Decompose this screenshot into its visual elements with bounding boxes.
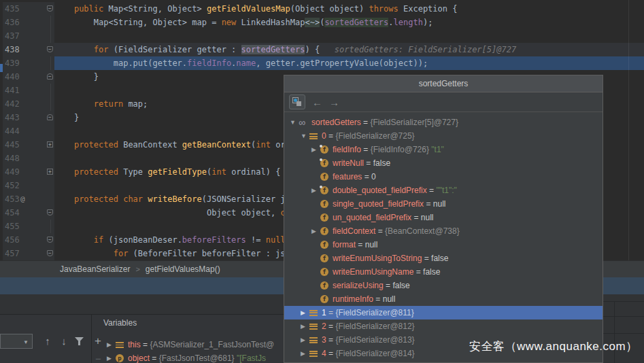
variable-string-value: ""t1":" (436, 186, 456, 195)
code-segment (54, 249, 114, 258)
editor-gutter[interactable]: 448 (0, 152, 54, 165)
editor-gutter[interactable]: 445+ (0, 138, 54, 152)
variable-value: 0 (371, 172, 376, 182)
line-number: 444 (0, 124, 25, 138)
expand-arrow-icon[interactable]: ▶ (310, 228, 320, 235)
popup-title[interactable]: sortedGetters (284, 75, 603, 92)
var-row-un_quoted_fieldPrefix[interactable]: fun_quoted_fieldPrefix = null (284, 211, 603, 224)
equals-sign: = (411, 213, 421, 222)
var-row-double_quoted_fieldPrefix[interactable]: ▶fdouble_quoted_fieldPrefix = ""t1":" (284, 184, 603, 197)
var-row-runtimeInfo[interactable]: fruntimeInfo = null (284, 292, 603, 306)
var-row-serializeUsing[interactable]: fserializeUsing = false (284, 279, 603, 292)
breadcrumb-method[interactable]: getFieldValuesMap() (146, 264, 220, 274)
line-number: 457 (0, 247, 25, 260)
var-row-format[interactable]: fformat = null (284, 238, 603, 252)
line-number: 443 (0, 111, 25, 124)
editor-gutter[interactable]: 443− (0, 111, 54, 124)
variable-string-value: "[FastJs (235, 353, 266, 363)
expand-arrow-icon[interactable]: ▶ (299, 309, 309, 316)
threads-combobox[interactable]: ▼ (0, 334, 33, 349)
fold-marker-icon[interactable]: + (47, 141, 53, 148)
expand-arrow-icon[interactable]: ▶ (310, 187, 320, 194)
expand-arrow-icon[interactable]: ▼ (288, 119, 299, 126)
var-row-sortedGetters[interactable]: ▼∞sortedGetters = {FieldSerializer[5]@72… (284, 116, 603, 129)
frame-up-button[interactable]: ↑ (41, 334, 54, 349)
line-number: 445 (0, 138, 25, 152)
editor-gutter[interactable]: 456− (0, 233, 54, 247)
expand-arrow-icon[interactable]: ▶ (310, 146, 320, 153)
var-row-single_quoted_fieldPrefix[interactable]: fsingle_quoted_fieldPrefix = null (284, 197, 603, 211)
code-segment: for (94, 45, 114, 54)
frame-down-button[interactable]: ↓ (57, 334, 71, 349)
back-arrow-icon[interactable]: ← (312, 97, 322, 107)
expand-arrow-icon[interactable]: ▶ (299, 350, 309, 357)
editor-gutter[interactable]: 440− (0, 70, 54, 84)
editor-gutter[interactable]: 452 (0, 179, 54, 192)
editor-gutter[interactable]: 439 (0, 56, 54, 70)
breadcrumb-class[interactable]: JavaBeanSerializer (60, 264, 130, 274)
expand-arrow-icon[interactable]: ▶ (299, 323, 309, 330)
code-segment: getBeanContext (182, 140, 251, 150)
fold-marker-icon[interactable]: − (47, 237, 53, 243)
fold-marker-icon[interactable]: − (47, 250, 53, 256)
variable-name: format (333, 240, 356, 249)
editor-gutter[interactable]: 435− (0, 2, 54, 16)
var-row-writeEnumUsingName[interactable]: fwriteEnumUsingName = false (284, 265, 603, 279)
var-row-fieldContext[interactable]: ▶ffieldContext = {BeanContext@738} (284, 224, 603, 238)
editor-gutter[interactable]: 453@ (0, 192, 54, 206)
forward-arrow-icon[interactable]: → (329, 97, 339, 107)
field-icon: f (320, 213, 328, 222)
editor-gutter[interactable]: 441 (0, 84, 54, 97)
var-row-features[interactable]: ffeatures = 0 (284, 170, 603, 184)
expand-arrow-icon[interactable]: ▼ (299, 133, 309, 139)
editor-gutter[interactable]: 455 (0, 220, 54, 233)
variable-reference: {FastJsonTest@681} (159, 353, 235, 363)
var-row-fieldInfo[interactable]: ▶ffieldInfo = {FieldInfo@726} "t1" (284, 143, 603, 156)
expand-arrow-icon[interactable]: ▶ (105, 341, 116, 348)
code-segment: LinkedHashMap (241, 18, 305, 27)
editor-gutter[interactable]: 449+ (0, 165, 54, 179)
fold-marker-icon[interactable]: + (47, 169, 53, 175)
code-segment: sortedGetters: FieldSerializer[5]@727 (335, 45, 516, 54)
editor-gutter[interactable]: 442 (0, 97, 54, 111)
var-row-writeEnumUsingToString[interactable]: fwriteEnumUsingToString = false (284, 252, 603, 265)
editor-gutter[interactable]: 457− (0, 247, 54, 260)
inspect-icon[interactable] (289, 94, 305, 109)
code-text[interactable]: map.put(getter.fieldInfo.name, getter.ge… (54, 56, 644, 70)
fold-marker-icon[interactable]: − (47, 5, 53, 12)
add-watch-button[interactable]: + (95, 335, 101, 347)
var-row-2[interactable]: ▶2 = {FieldSerializer@812} (284, 319, 603, 333)
fold-marker-icon[interactable]: − (47, 73, 53, 80)
line-number: 435 (0, 2, 25, 16)
filter-icon[interactable] (75, 337, 84, 345)
line-number: 449 (0, 165, 25, 179)
editor-gutter[interactable]: 437 (0, 29, 54, 43)
editor-gutter[interactable]: 436 (0, 16, 54, 29)
code-segment: Type (123, 167, 148, 177)
code-segment: map; (128, 99, 148, 109)
variable-reference: {FieldSerializer@813} (335, 335, 414, 345)
editor-gutter[interactable]: 444 (0, 124, 54, 138)
fold-marker-icon[interactable]: − (47, 114, 53, 120)
variable-name: writeNull (333, 158, 364, 168)
code-text[interactable] (54, 29, 644, 43)
code-text[interactable]: Map<String, Object> map = new LinkedHash… (54, 16, 644, 29)
var-row-writeNull[interactable]: fwriteNull = false (284, 156, 603, 170)
expand-arrow-icon[interactable]: ▶ (105, 355, 116, 362)
code-text[interactable]: for (FieldSerializer getter : sortedGett… (54, 43, 644, 56)
fold-guide-line (50, 16, 51, 29)
code-segment: (Object object) (290, 4, 369, 14)
editor-gutter[interactable]: 454− (0, 206, 54, 220)
remove-watch-button[interactable]: − (95, 354, 101, 363)
variable-value: false (423, 267, 440, 277)
code-text[interactable]: public Map<String, Object> getFieldValue… (54, 2, 644, 16)
editor-gutter[interactable]: 438− (0, 43, 54, 56)
fold-marker-icon[interactable]: − (47, 209, 53, 215)
var-row-1[interactable]: ▶1 = {FieldSerializer@811} (284, 306, 603, 319)
expand-arrow-icon[interactable]: ▶ (299, 336, 309, 343)
fold-marker-icon[interactable]: − (47, 46, 53, 52)
variable-name: serializeUsing (333, 281, 384, 290)
variable-reference: {BeanContext@738} (385, 226, 460, 236)
code-segment: if (94, 235, 109, 245)
var-row-0[interactable]: ▼0 = {FieldSerializer@725} (284, 129, 603, 143)
